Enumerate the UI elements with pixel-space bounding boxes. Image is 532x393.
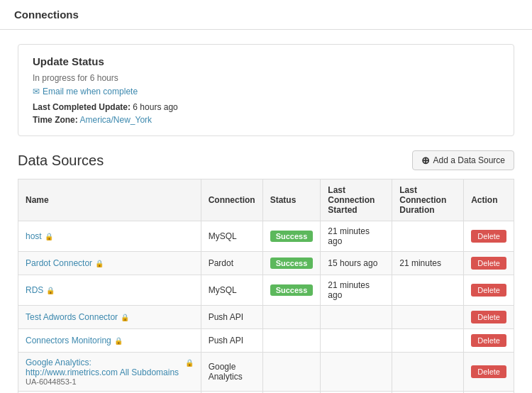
delete-button[interactable]: Delete: [471, 284, 506, 297]
lock-icon: 🔒: [121, 314, 129, 321]
connection-cell: Pardot: [201, 252, 262, 275]
last-started-cell: [321, 329, 392, 353]
name-cell-content: RDS🔒: [26, 285, 194, 295]
action-cell: Delete: [464, 221, 514, 252]
last-duration-cell: [392, 329, 464, 353]
last-duration-cell: [392, 221, 464, 252]
data-sources-header-row: Data Sources ⊕ Add a Data Source: [18, 150, 514, 170]
connection-cell: Push API: [201, 306, 262, 329]
delete-button[interactable]: Delete: [471, 365, 506, 378]
name-cell: RDS🔒: [18, 275, 201, 306]
col-status: Status: [262, 179, 321, 221]
last-duration-cell: 21 minutes: [392, 252, 464, 275]
last-completed-value: 6 hours ago: [133, 102, 177, 112]
name-cell-content: host🔒: [26, 231, 194, 241]
col-action: Action: [464, 179, 514, 221]
name-cell: Test Adwords Connector🔒: [18, 306, 201, 329]
table-row: Test Adwords Connector🔒Push APIDelete: [18, 306, 514, 329]
last-completed-line: Last Completed Update: 6 hours ago: [33, 102, 499, 112]
timezone-value: America/New_York: [79, 115, 152, 125]
delete-button[interactable]: Delete: [471, 311, 506, 323]
name-cell-content: Google Analytics: http://www.rimetrics.c…: [26, 358, 194, 386]
last-duration-cell: [392, 275, 464, 306]
last-started-cell: [321, 353, 392, 392]
table-row: host🔒MySQLSuccess21 minutes agoDelete: [18, 221, 514, 252]
name-cell-content: Connectors Monitoring🔒: [26, 336, 194, 345]
connection-cell: Google Analytics: [201, 353, 262, 392]
email-when-complete-link[interactable]: ✉ Email me when complete: [33, 87, 138, 96]
data-sources-title: Data Sources: [18, 153, 104, 169]
status-badge: Success: [270, 231, 314, 242]
timezone-line: Time Zone: America/New_York: [33, 115, 499, 125]
row-name-link[interactable]: Google Analytics: http://www.rimetrics.c…: [26, 358, 179, 377]
action-cell: Delete: [464, 306, 514, 329]
status-cell: [262, 353, 321, 392]
status-cell: [262, 329, 321, 353]
status-cell: [262, 306, 321, 329]
connection-cell: Push API: [201, 329, 262, 353]
name-cell: Pardot Connector🔒: [18, 252, 201, 275]
row-name-link[interactable]: Connectors Monitoring: [26, 336, 111, 345]
update-status-title: Update Status: [33, 55, 499, 67]
action-cell: Delete: [464, 252, 514, 275]
name-cell: Google Analytics: http://www.rimetrics.c…: [18, 353, 201, 392]
status-cell: Success: [262, 275, 321, 306]
action-cell: Delete: [464, 353, 514, 392]
table-row: RDS🔒MySQLSuccess21 minutes agoDelete: [18, 275, 514, 306]
name-cell-content: Test Adwords Connector🔒: [26, 312, 194, 322]
last-duration-cell: [392, 353, 464, 392]
email-link-label: Email me when complete: [43, 87, 138, 96]
delete-button[interactable]: Delete: [471, 334, 506, 347]
name-cell: host🔒: [18, 221, 201, 252]
page-title: Connections: [14, 9, 79, 21]
delete-button[interactable]: Delete: [471, 230, 506, 243]
last-started-cell: 21 minutes ago: [321, 275, 392, 306]
table-row: Google Analytics: http://www.rimetrics.c…: [18, 353, 514, 392]
connection-cell: MySQL: [201, 275, 262, 306]
lock-icon: 🔒: [185, 359, 194, 367]
lock-icon: 🔒: [45, 233, 53, 240]
update-status-box: Update Status In progress for 6 hours ✉ …: [18, 44, 514, 136]
name-cell: Connectors Monitoring🔒: [18, 329, 201, 353]
table-header-row: Name Connection Status Last ConnectionSt…: [18, 179, 514, 221]
timezone-label: Time Zone:: [33, 115, 78, 125]
status-badge: Success: [270, 284, 314, 296]
plus-icon: ⊕: [421, 155, 430, 166]
name-cell-content: Pardot Connector🔒: [26, 258, 194, 268]
status-cell: Success: [262, 252, 321, 275]
status-badge: Success: [270, 258, 314, 269]
envelope-icon: ✉: [33, 87, 40, 96]
content-area: Update Status In progress for 6 hours ✉ …: [0, 30, 532, 393]
name-extra: UA-6044853-1: [26, 377, 182, 386]
in-progress-text: In progress for 6 hours: [33, 73, 499, 83]
lock-icon: 🔒: [114, 337, 123, 345]
row-name-link[interactable]: Test Adwords Connector: [26, 312, 118, 322]
col-last-started: Last ConnectionStarted: [321, 179, 392, 221]
col-last-duration: Last ConnectionDuration: [392, 179, 464, 221]
last-duration-cell: [392, 306, 464, 329]
lock-icon: 🔒: [46, 287, 55, 294]
status-cell: Success: [262, 221, 321, 252]
col-name: Name: [18, 179, 201, 221]
last-started-cell: [321, 306, 392, 329]
page-header: Connections: [0, 0, 532, 30]
timezone-link[interactable]: America/New_York: [79, 115, 152, 125]
lock-icon: 🔒: [95, 260, 104, 267]
action-cell: Delete: [464, 275, 514, 306]
data-sources-table: Name Connection Status Last ConnectionSt…: [18, 179, 514, 393]
col-connection: Connection: [201, 179, 262, 221]
table-row: Connectors Monitoring🔒Push APIDelete: [18, 329, 514, 353]
connection-cell: MySQL: [201, 221, 262, 252]
last-started-cell: 21 minutes ago: [321, 221, 392, 252]
add-datasource-label: Add a Data Source: [433, 155, 505, 165]
row-name-link[interactable]: RDS: [26, 285, 43, 295]
add-datasource-button[interactable]: ⊕ Add a Data Source: [412, 150, 514, 170]
table-row: Pardot Connector🔒PardotSuccess15 hours a…: [18, 252, 514, 275]
row-name-link[interactable]: host: [26, 231, 42, 241]
last-completed-label: Last Completed Update:: [33, 102, 131, 112]
row-name-link[interactable]: Pardot Connector: [26, 258, 92, 268]
action-cell: Delete: [464, 329, 514, 353]
last-started-cell: 15 hours ago: [321, 252, 392, 275]
delete-button[interactable]: Delete: [471, 257, 506, 270]
